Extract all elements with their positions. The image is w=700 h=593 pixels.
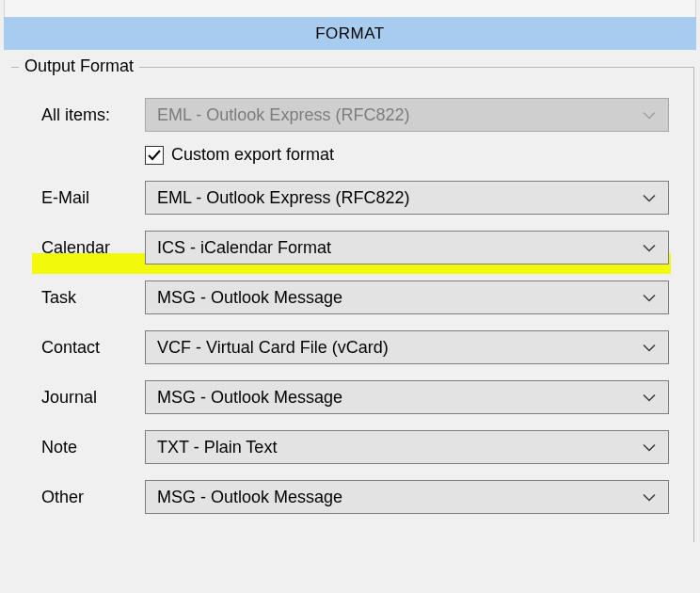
row-calendar: Calendar ICS - iCalendar Format bbox=[36, 231, 669, 264]
chevron-down-icon bbox=[642, 238, 657, 258]
contact-value: VCF - Virtual Card File (vCard) bbox=[157, 338, 389, 358]
task-combo[interactable]: MSG - Outlook Message bbox=[145, 280, 669, 314]
fieldset-legend: Output Format bbox=[19, 56, 139, 76]
chevron-down-icon bbox=[642, 488, 657, 507]
calendar-value: ICS - iCalendar Format bbox=[157, 238, 331, 258]
output-format-fieldset: Output Format All items: EML - Outlook E… bbox=[11, 67, 694, 542]
email-label: E-Mail bbox=[36, 188, 145, 208]
email-combo[interactable]: EML - Outlook Express (RFC822) bbox=[145, 181, 669, 215]
chevron-down-icon bbox=[642, 105, 657, 125]
section-header: FORMAT bbox=[4, 17, 696, 50]
chevron-down-icon bbox=[642, 288, 657, 308]
custom-export-checkbox[interactable] bbox=[145, 146, 164, 165]
all-items-combo: EML - Outlook Express (RFC822) bbox=[145, 98, 669, 132]
other-combo[interactable]: MSG - Outlook Message bbox=[145, 480, 669, 514]
note-label: Note bbox=[36, 438, 145, 457]
task-value: MSG - Outlook Message bbox=[157, 288, 342, 308]
chevron-down-icon bbox=[642, 438, 657, 457]
email-value: EML - Outlook Express (RFC822) bbox=[157, 188, 409, 208]
row-other: Other MSG - Outlook Message bbox=[36, 480, 669, 514]
contact-label: Contact bbox=[36, 338, 145, 358]
row-contact: Contact VCF - Virtual Card File (vCard) bbox=[36, 330, 669, 364]
row-note: Note TXT - Plain Text bbox=[36, 430, 669, 464]
chevron-down-icon bbox=[642, 388, 657, 408]
all-items-value: EML - Outlook Express (RFC822) bbox=[157, 105, 409, 125]
section-header-title: FORMAT bbox=[315, 24, 385, 43]
note-value: TXT - Plain Text bbox=[157, 438, 277, 457]
row-all-items: All items: EML - Outlook Express (RFC822… bbox=[36, 98, 669, 132]
journal-combo[interactable]: MSG - Outlook Message bbox=[145, 380, 669, 414]
custom-export-checkbox-row: Custom export format bbox=[145, 145, 669, 165]
other-label: Other bbox=[36, 488, 145, 507]
top-spacer bbox=[4, 0, 696, 17]
journal-value: MSG - Outlook Message bbox=[157, 388, 342, 408]
note-combo[interactable]: TXT - Plain Text bbox=[145, 430, 669, 464]
other-value: MSG - Outlook Message bbox=[157, 488, 342, 507]
row-journal: Journal MSG - Outlook Message bbox=[36, 380, 669, 414]
task-label: Task bbox=[36, 288, 145, 308]
journal-label: Journal bbox=[36, 388, 145, 408]
row-task: Task MSG - Outlook Message bbox=[36, 280, 669, 314]
row-email: E-Mail EML - Outlook Express (RFC822) bbox=[36, 181, 669, 215]
calendar-combo[interactable]: ICS - iCalendar Format bbox=[145, 231, 669, 264]
all-items-label: All items: bbox=[36, 105, 145, 125]
chevron-down-icon bbox=[642, 188, 657, 208]
custom-export-label: Custom export format bbox=[171, 145, 334, 165]
chevron-down-icon bbox=[642, 338, 657, 358]
contact-combo[interactable]: VCF - Virtual Card File (vCard) bbox=[145, 330, 669, 364]
